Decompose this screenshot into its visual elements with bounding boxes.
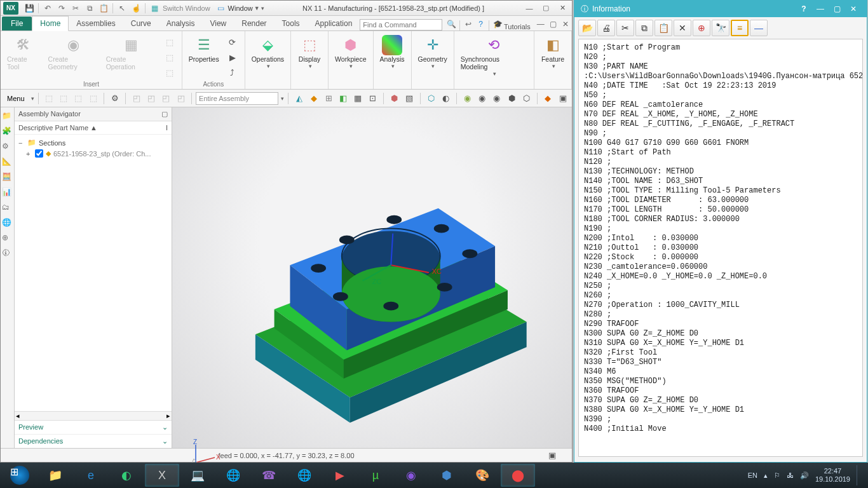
paste-icon[interactable]: 📋 bbox=[97, 2, 110, 15]
tab-render[interactable]: Render bbox=[234, 17, 274, 30]
render-icon-4[interactable]: ⬢ bbox=[505, 92, 518, 105]
taskbar-media[interactable]: ◐ bbox=[109, 464, 144, 487]
taskbar-tor[interactable]: ◉ bbox=[394, 464, 428, 487]
taskbar-chrome[interactable]: 🌐 bbox=[216, 464, 250, 487]
system-tray[interactable]: EN ▴ ⚐ 🖧 🔊 22:47 19.10.2019 bbox=[748, 465, 865, 485]
ltb-9-icon[interactable]: ⊕ bbox=[2, 233, 13, 245]
tab-assemblies[interactable]: Assemblies bbox=[69, 17, 123, 30]
info-close-button[interactable]: ✕ bbox=[846, 3, 860, 15]
dependencies-toggle[interactable]: Dependencies⌄ bbox=[15, 434, 172, 448]
save-icon[interactable]: 💾 bbox=[23, 2, 36, 15]
chevron-down-icon[interactable]: ▼ ▾ bbox=[253, 5, 264, 11]
find-command-input[interactable] bbox=[360, 19, 442, 30]
cut-icon[interactable]: ✂ bbox=[69, 2, 82, 15]
h-scrollbar[interactable]: ◂▸ bbox=[15, 411, 172, 420]
assembly-tree[interactable]: −📁Sections +◆6521-1958-23_stp (Order: Ch… bbox=[15, 135, 172, 411]
view-icon-5[interactable]: ▦ bbox=[351, 92, 365, 105]
nav-popout-icon[interactable]: ▢ bbox=[161, 110, 168, 118]
st-icon-7[interactable]: ◰ bbox=[145, 92, 158, 105]
close-button[interactable]: ✕ bbox=[555, 3, 569, 14]
taskbar-utorrent[interactable]: µ bbox=[358, 464, 393, 487]
tab-view[interactable]: View bbox=[202, 17, 234, 30]
view-icon-2[interactable]: ◆ bbox=[307, 92, 320, 105]
st-icon-9[interactable]: ◰ bbox=[174, 92, 187, 105]
view-icon-6[interactable]: ⊡ bbox=[366, 92, 379, 105]
taskbar-explorer[interactable]: 📁 bbox=[38, 464, 72, 487]
tutorials-button[interactable]: Tutorials bbox=[504, 23, 531, 30]
tray-flag-icon[interactable]: ⚐ bbox=[774, 471, 780, 480]
part-checkbox[interactable] bbox=[35, 149, 43, 158]
tray-network-icon[interactable]: 🖧 bbox=[787, 471, 794, 479]
create-geometry-button[interactable]: ◉Create Geometry bbox=[46, 34, 101, 72]
insert-sub2-icon[interactable]: ⬚ bbox=[163, 50, 177, 64]
insert-sub3-icon[interactable]: ⬚ bbox=[163, 65, 177, 79]
actions-sub1-icon[interactable]: ⟳ bbox=[226, 35, 240, 49]
touch-icon[interactable]: ☝ bbox=[130, 2, 142, 15]
info-paste-icon[interactable]: 📋 bbox=[654, 20, 672, 36]
file-menu[interactable]: File bbox=[2, 17, 32, 30]
st-icon-3[interactable]: ⬚ bbox=[72, 92, 85, 105]
ltb-3-icon[interactable]: ⚙ bbox=[2, 142, 13, 153]
render-icon-5[interactable]: ⬡ bbox=[520, 92, 533, 105]
minimize-button[interactable]: — bbox=[522, 3, 536, 14]
tutorials-icon[interactable]: 🎓 bbox=[492, 18, 503, 30]
tab-curve[interactable]: Curve bbox=[123, 17, 159, 30]
switch-window-icon[interactable]: ▦ bbox=[148, 2, 161, 15]
st-icon-5[interactable]: ⚙ bbox=[108, 92, 121, 105]
actions-sub3-icon[interactable]: ⤴ bbox=[226, 65, 240, 79]
info-minimize-button[interactable]: — bbox=[813, 3, 827, 15]
tab-analysis[interactable]: Analysis bbox=[159, 17, 203, 30]
comp-icon[interactable]: ▣ bbox=[556, 92, 569, 105]
create-tool-button[interactable]: 🛠Create Tool bbox=[4, 34, 43, 72]
nav-col2[interactable]: I bbox=[166, 124, 168, 132]
info-open-icon[interactable]: 📂 bbox=[578, 20, 596, 36]
copy-icon[interactable]: ⧉ bbox=[83, 2, 96, 15]
tray-lang[interactable]: EN bbox=[748, 471, 757, 479]
nav-header-label[interactable]: Descriptive Part Name bbox=[18, 124, 88, 132]
ltb-7-icon[interactable]: 🗂 bbox=[2, 203, 13, 214]
window-dropdown[interactable]: Window bbox=[228, 4, 253, 12]
st-icon-8[interactable]: ◰ bbox=[159, 92, 173, 105]
maximize-button[interactable]: ▢ bbox=[539, 3, 553, 14]
nc-code-output[interactable]: N10 ;Start of Program N20 ; N30 ;PART NA… bbox=[578, 39, 863, 457]
doc-close-icon[interactable]: ✕ bbox=[560, 18, 571, 30]
analysis-button[interactable]: Analysis▾ bbox=[377, 34, 407, 71]
taskbar-app5[interactable]: 💻 bbox=[180, 464, 215, 487]
taskbar-viber[interactable]: ☎ bbox=[252, 464, 286, 487]
ltb-10-icon[interactable]: 🛈 bbox=[2, 248, 13, 260]
properties-button[interactable]: ☰Properties bbox=[186, 34, 222, 64]
switch-window-button[interactable]: Switch Window bbox=[163, 4, 210, 12]
view-icon-10[interactable]: ◐ bbox=[439, 92, 452, 105]
ltb-8-icon[interactable]: 🌐 bbox=[2, 218, 13, 229]
info-help-button[interactable]: ? bbox=[797, 3, 811, 15]
tab-application[interactable]: Application bbox=[308, 17, 360, 30]
info-cut-icon[interactable]: ✂ bbox=[616, 20, 634, 36]
sync-modeling-button[interactable]: ⟲Synchronous Modeling▾ bbox=[458, 34, 530, 78]
sections-label[interactable]: Sections bbox=[39, 139, 65, 147]
window-icon[interactable]: ▭ bbox=[215, 2, 227, 15]
taskbar-player[interactable]: ▶ bbox=[323, 464, 357, 487]
ltb-2-icon[interactable]: 🧩 bbox=[2, 126, 13, 138]
sort-up-icon[interactable]: ▲ bbox=[90, 124, 97, 132]
doc-max-icon[interactable]: ▢ bbox=[548, 18, 559, 30]
assembly-select[interactable] bbox=[196, 92, 278, 105]
help-icon[interactable]: ? bbox=[475, 18, 487, 30]
info-wrap-icon[interactable]: ≡ bbox=[731, 20, 749, 36]
st-icon-6[interactable]: ◰ bbox=[130, 92, 143, 105]
info-maximize-button[interactable]: ▢ bbox=[830, 3, 844, 15]
doc-min-icon[interactable]: — bbox=[535, 18, 546, 30]
taskbar-ie[interactable]: e bbox=[74, 464, 108, 487]
ltb-5-icon[interactable]: 🧮 bbox=[2, 172, 13, 184]
info-delete-icon[interactable]: ✕ bbox=[674, 20, 691, 36]
status-icon[interactable]: ▣ bbox=[545, 449, 559, 463]
view-icon-9[interactable]: ⬡ bbox=[424, 92, 438, 105]
render-icon-2[interactable]: ◉ bbox=[475, 92, 489, 105]
part-label[interactable]: 6521-1958-23_stp (Order: Ch... bbox=[53, 150, 151, 158]
pointer-icon[interactable]: ↖ bbox=[116, 2, 128, 15]
view-icon-4[interactable]: ◧ bbox=[337, 92, 350, 105]
tray-volume-icon[interactable]: 🔊 bbox=[800, 471, 809, 480]
taskbar-paint[interactable]: 🎨 bbox=[465, 464, 499, 487]
st-icon-1[interactable]: ⬚ bbox=[43, 92, 56, 105]
actions-sub2-icon[interactable]: ▶ bbox=[226, 50, 240, 64]
geometry-button[interactable]: ✛Geometry▾ bbox=[416, 34, 450, 71]
